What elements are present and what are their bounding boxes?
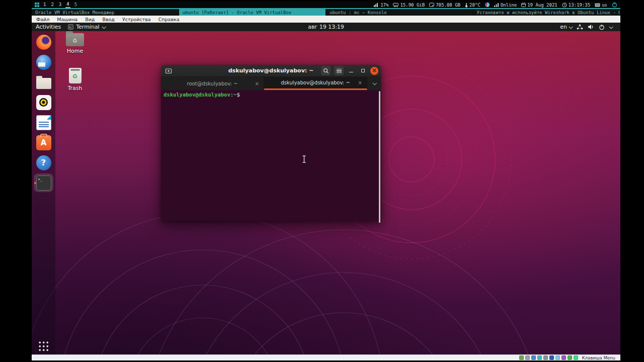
power-icon <box>612 2 617 8</box>
menu-machine[interactable]: Машина <box>57 17 77 22</box>
host-taskbar: Oracle VM VirtualBox Менеджер ubuntu [Ра… <box>32 9 620 16</box>
usage-pie-icon[interactable] <box>485 3 490 7</box>
dock-item-terminal-running[interactable]: >_ <box>34 173 53 192</box>
terminal-icon: >_ <box>36 175 51 191</box>
close-button[interactable]: × <box>370 67 378 75</box>
host-power-button[interactable] <box>612 2 617 8</box>
dock-item-thunderbird[interactable] <box>34 53 53 71</box>
workspace-switcher: 1 2 3 4 5 <box>35 2 78 8</box>
workspace-4-active[interactable]: 4 <box>65 2 70 8</box>
task-virtualbox-manager[interactable]: Oracle VM VirtualBox Менеджер <box>32 9 179 16</box>
maximize-icon <box>361 69 365 72</box>
host-key-label: Клавиша Menu <box>582 355 615 360</box>
show-applications-button[interactable] <box>38 341 49 351</box>
calendar-icon <box>521 3 526 7</box>
ubuntu-software-icon: A <box>36 135 51 150</box>
dock-item-libreoffice-writer[interactable] <box>34 113 53 132</box>
menu-input[interactable]: Ввод <box>102 17 115 22</box>
screenshot-root: 1 2 3 4 5 17% 15.90 GiB 705.08 GB <box>0 0 644 362</box>
statusbar-icon[interactable] <box>531 355 536 360</box>
libreoffice-writer-icon <box>36 115 51 130</box>
power-icon[interactable] <box>599 24 605 30</box>
trash-icon: ♻ <box>69 68 82 83</box>
search-icon <box>323 68 329 74</box>
memory-icon <box>393 3 398 7</box>
new-tab-button[interactable] <box>164 66 174 75</box>
workspace-3[interactable]: 3 <box>58 2 62 8</box>
tab-close-icon[interactable]: × <box>255 81 259 86</box>
dock-item-rhythmbox[interactable] <box>34 93 53 112</box>
terminal-screen[interactable]: dskulyabov@dskulyabov:~$ <box>161 90 381 221</box>
volume-icon[interactable] <box>588 24 594 30</box>
statusbar-icon[interactable] <box>549 355 554 360</box>
signal-bars-icon <box>494 3 499 7</box>
network-icon[interactable] <box>577 24 583 30</box>
chevron-down-icon <box>372 81 376 85</box>
dock-item-files[interactable] <box>34 73 53 92</box>
thermometer-icon <box>465 3 468 8</box>
workspace-2[interactable]: 2 <box>50 2 54 8</box>
help-icon: ? <box>36 155 51 170</box>
task-konsole[interactable]: ubuntu : mc — Konsole <box>326 9 473 16</box>
shell-prompt: dskulyabov@dskulyabov:~$ <box>164 92 378 98</box>
workspace-5[interactable]: 5 <box>73 2 78 8</box>
time-indicator: 13:19:35 <box>562 3 590 8</box>
menu-file[interactable]: Файл <box>36 17 49 22</box>
gnome-top-bar: Activities >_ Terminal авг 19 13:19 en <box>32 23 620 31</box>
cpu-indicator: 17% <box>374 3 388 8</box>
chevron-down-icon <box>569 25 573 29</box>
maximize-button[interactable] <box>359 67 367 75</box>
terminal-window: dskulyabov@dskulyabov: ~ × <box>161 65 381 221</box>
terminal-titlebar[interactable]: dskulyabov@dskulyabov: ~ × <box>161 65 381 77</box>
firefox-icon <box>36 35 51 50</box>
statusbar-icon[interactable] <box>537 355 542 360</box>
desktop-icon-trash[interactable]: ♻ Trash <box>58 68 92 92</box>
hamburger-menu-button[interactable] <box>334 66 344 75</box>
home-folder-icon: ⌂ <box>66 33 84 46</box>
clock-label[interactable]: авг 19 13:19 <box>308 24 344 30</box>
statusbar-icon[interactable] <box>561 355 566 360</box>
terminal-scrollbar[interactable] <box>379 91 380 223</box>
dock-item-ubuntu-software[interactable]: A <box>34 133 53 152</box>
workspace-1[interactable]: 1 <box>42 2 47 8</box>
dock-item-firefox[interactable] <box>34 33 53 51</box>
menu-view[interactable]: Вид <box>85 17 95 22</box>
tab-close-icon[interactable]: × <box>358 80 362 85</box>
host-panel-top: 1 2 3 4 5 17% 15.90 GiB 705.08 GB <box>32 2 620 9</box>
gnome-desktop: A ? >_ ⌂ Home ♻ Trash dskulyabov@dskulya… <box>32 31 620 354</box>
disk-indicator: 705.08 GB <box>429 3 460 8</box>
statusbar-icon[interactable] <box>555 355 560 360</box>
task-chrome[interactable]: Установите и используйте Wireshark в Ubu… <box>473 9 621 16</box>
statusbar-icon[interactable] <box>525 355 530 360</box>
statusbar-icon[interactable] <box>519 355 524 360</box>
date-indicator: 19 Aug 2021 <box>521 3 557 8</box>
files-icon <box>36 78 51 89</box>
statusbar-icon[interactable] <box>568 355 572 360</box>
minimize-button[interactable] <box>347 67 355 75</box>
virtualbox-statusbar: Клавиша Menu <box>32 354 620 360</box>
network-indicator: Online <box>494 3 517 8</box>
statusbar-icon[interactable] <box>574 355 578 360</box>
dock: A ? >_ <box>32 31 55 354</box>
desktop-icon-home[interactable]: ⌂ Home <box>58 33 92 54</box>
rhythmbox-icon <box>36 95 51 110</box>
tab-root-session[interactable]: root@dskulyabov: ~ × <box>161 77 264 90</box>
statusbar-icon[interactable] <box>543 355 548 360</box>
search-button[interactable] <box>321 66 331 75</box>
dock-item-help[interactable]: ? <box>34 153 53 172</box>
menu-help[interactable]: Справка <box>158 17 180 22</box>
menu-icon <box>337 69 342 73</box>
tab-user-session-active[interactable]: dskulyabov@dskulyabov: ~ × <box>264 77 367 90</box>
menu-devices[interactable]: Устройства <box>122 17 151 22</box>
input-source-indicator[interactable]: en <box>560 24 572 30</box>
keyboard-layout-indicator[interactable]: us <box>595 3 607 8</box>
hdd-icon <box>429 3 434 7</box>
temperature-indicator: 28°C <box>465 3 480 8</box>
tab-list-chevron[interactable] <box>367 77 381 90</box>
task-ubuntu-vm-active[interactable]: ubuntu [Работает] - Oracle VM VirtualBox <box>179 9 327 16</box>
memory-indicator: 15.90 GiB <box>393 3 425 8</box>
keyboard-icon <box>595 3 600 7</box>
clock-icon <box>562 3 567 8</box>
minimize-icon <box>349 72 353 73</box>
workspace-grid-icon <box>35 3 39 7</box>
